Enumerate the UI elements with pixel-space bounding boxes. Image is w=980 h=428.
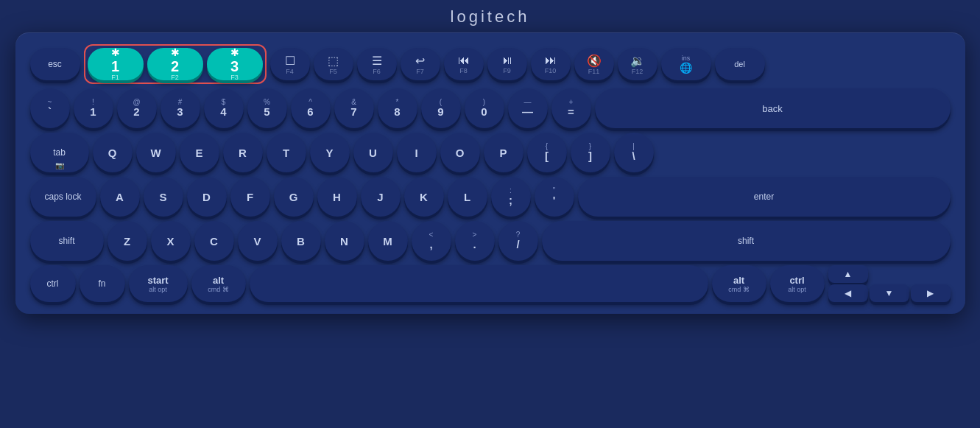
i-key[interactable]: I bbox=[397, 133, 437, 172]
f10-key[interactable]: ⏭ F10 bbox=[531, 48, 571, 80]
f12-key[interactable]: 🔉 F12 bbox=[618, 48, 658, 80]
f4-label: F4 bbox=[286, 68, 294, 75]
j-key[interactable]: J bbox=[361, 177, 401, 217]
alt-right-key[interactable]: alt cmd ⌘ bbox=[712, 265, 766, 302]
del-key[interactable]: del bbox=[715, 48, 765, 80]
w-key[interactable]: W bbox=[136, 133, 176, 172]
f9-label: F9 bbox=[503, 67, 511, 74]
u-key[interactable]: U bbox=[353, 133, 393, 172]
f7-key[interactable]: ↩ F7 bbox=[401, 48, 440, 80]
0-key[interactable]: ) 0 bbox=[465, 88, 504, 128]
1-key[interactable]: ! 1 bbox=[74, 88, 113, 128]
x-key[interactable]: X bbox=[151, 221, 191, 261]
d-key[interactable]: D bbox=[187, 177, 227, 217]
q-key[interactable]: Q bbox=[93, 133, 133, 172]
zxcv-row: shift Z X C V B N M < , > . ? / shift bbox=[30, 221, 951, 261]
bt2-key[interactable]: ✱ 2 F2 bbox=[147, 48, 203, 80]
5-key[interactable]: % 5 bbox=[247, 88, 287, 128]
9-key[interactable]: ( 9 bbox=[421, 88, 461, 128]
l-key[interactable]: L bbox=[448, 177, 487, 217]
arrow-up-key[interactable]: ▲ bbox=[828, 265, 868, 283]
bt3-key[interactable]: ✱ 3 F3 bbox=[207, 48, 263, 80]
f9-icon: ⏯ bbox=[501, 54, 513, 67]
arrow-right-key[interactable]: ▶ bbox=[911, 284, 951, 302]
f7-label: F7 bbox=[416, 68, 424, 75]
7-key[interactable]: & 7 bbox=[334, 88, 374, 128]
f6-key[interactable]: ☰ F6 bbox=[357, 48, 397, 80]
8-key[interactable]: * 8 bbox=[378, 88, 417, 128]
space-key[interactable] bbox=[250, 265, 708, 302]
f10-icon: ⏭ bbox=[545, 54, 557, 67]
start-key[interactable]: start alt opt bbox=[129, 265, 188, 302]
4-key[interactable]: $ 4 bbox=[204, 88, 244, 128]
e-key[interactable]: E bbox=[180, 133, 219, 172]
shift-right-key[interactable]: shift bbox=[542, 221, 951, 261]
bt2-icon: ✱ bbox=[171, 46, 180, 59]
c-key[interactable]: C bbox=[194, 221, 234, 261]
s-key[interactable]: S bbox=[144, 177, 183, 217]
bt1-key[interactable]: ✱ 1 F1 bbox=[88, 48, 144, 80]
lbracket-key[interactable]: { [ bbox=[527, 133, 567, 172]
alt-left-key[interactable]: alt cmd ⌘ bbox=[191, 265, 246, 302]
b-key[interactable]: B bbox=[281, 221, 321, 261]
minus-key[interactable]: — — bbox=[508, 88, 548, 128]
m-key[interactable]: M bbox=[368, 221, 408, 261]
y-key[interactable]: Y bbox=[310, 133, 350, 172]
p-key[interactable]: P bbox=[484, 133, 524, 172]
ins-top: ins bbox=[682, 55, 691, 62]
f5-key[interactable]: ⬚ F5 bbox=[314, 48, 353, 80]
esc-key[interactable]: esc bbox=[30, 48, 80, 80]
arrow-down-key[interactable]: ▼ bbox=[870, 284, 909, 302]
3-key[interactable]: # 3 bbox=[161, 88, 200, 128]
a-key[interactable]: A bbox=[100, 177, 140, 217]
f-key[interactable]: F bbox=[230, 177, 270, 217]
n-key[interactable]: N bbox=[325, 221, 364, 261]
bt2-num: 2 bbox=[171, 59, 179, 74]
h-key[interactable]: H bbox=[317, 177, 357, 217]
r-key[interactable]: R bbox=[223, 133, 263, 172]
semicolon-key[interactable]: : ; bbox=[491, 177, 531, 217]
f9-key[interactable]: ⏯ F9 bbox=[487, 48, 527, 80]
tilde-key[interactable]: ~ ` bbox=[30, 88, 70, 128]
equals-key[interactable]: + = bbox=[551, 88, 591, 128]
backspace-key[interactable]: back bbox=[595, 88, 951, 128]
bt3-num: 3 bbox=[230, 59, 239, 74]
backslash-key[interactable]: | \ bbox=[614, 133, 654, 172]
6-key[interactable]: ^ 6 bbox=[291, 88, 331, 128]
k-key[interactable]: K bbox=[404, 177, 444, 217]
period-key[interactable]: > . bbox=[455, 221, 495, 261]
bluetooth-group: ✱ 1 F1 ✱ 2 F2 ✱ 3 F3 bbox=[84, 44, 267, 84]
capslock-key[interactable]: caps lock bbox=[30, 177, 96, 217]
f8-key[interactable]: ⏮ F8 bbox=[444, 48, 484, 80]
2-key[interactable]: @ 2 bbox=[117, 88, 157, 128]
ctrl-right-key[interactable]: ctrl alt opt bbox=[770, 265, 825, 302]
ins-key[interactable]: ins 🌐 bbox=[661, 48, 711, 80]
quote-key[interactable]: " ' bbox=[535, 177, 574, 217]
v-key[interactable]: V bbox=[238, 221, 278, 261]
f11-key[interactable]: 🔇 F11 bbox=[574, 48, 614, 80]
f8-label: F8 bbox=[459, 67, 468, 74]
comma-key[interactable]: < , bbox=[412, 221, 451, 261]
fn-key[interactable]: fn bbox=[80, 265, 125, 302]
ctrl-left-key[interactable]: ctrl bbox=[30, 265, 76, 302]
arrow-cluster: ▲ ◀ ▼ ▶ bbox=[828, 265, 951, 302]
ins-icon: 🌐 bbox=[680, 62, 692, 74]
slash-key[interactable]: ? / bbox=[498, 221, 538, 261]
t-key[interactable]: T bbox=[267, 133, 306, 172]
logo: logitech bbox=[451, 7, 530, 27]
rbracket-key[interactable]: } ] bbox=[571, 133, 610, 172]
shift-left-key[interactable]: shift bbox=[30, 221, 104, 261]
f12-icon: 🔉 bbox=[630, 54, 645, 68]
bt2-fn: F2 bbox=[171, 74, 179, 82]
bt1-icon: ✱ bbox=[111, 46, 120, 59]
tab-key[interactable]: tab 📷 bbox=[30, 133, 89, 172]
g-key[interactable]: G bbox=[274, 177, 314, 217]
bt3-fn: F3 bbox=[230, 74, 239, 82]
f11-icon: 🔇 bbox=[587, 54, 602, 68]
enter-key[interactable]: enter bbox=[578, 177, 951, 217]
f6-icon: ☰ bbox=[372, 54, 382, 68]
arrow-left-key[interactable]: ◀ bbox=[828, 284, 868, 302]
o-key[interactable]: O bbox=[440, 133, 480, 172]
z-key[interactable]: Z bbox=[107, 221, 147, 261]
f4-key[interactable]: ☐ F4 bbox=[270, 48, 310, 80]
